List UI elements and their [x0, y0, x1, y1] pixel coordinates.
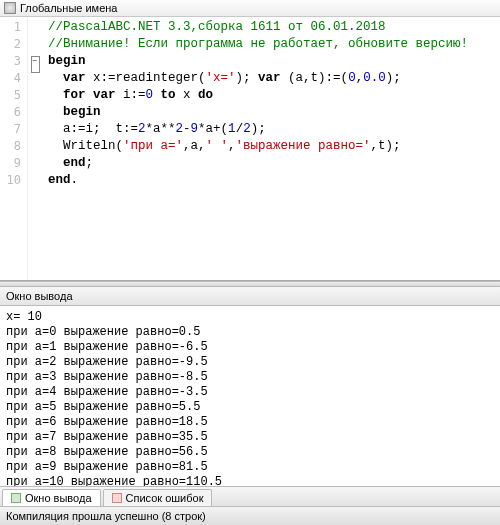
output-panel[interactable]: x= 10 при a=0 выражение равно=0.5 при a=… [0, 306, 500, 486]
line-number-gutter: 12345678910 [0, 17, 28, 280]
output-icon [11, 493, 21, 503]
tab-output-label: Окно вывода [25, 492, 92, 504]
status-text: Компиляция прошла успешно (8 строк) [6, 510, 206, 522]
tab-errors[interactable]: Список ошибок [103, 489, 213, 506]
tab-output[interactable]: Окно вывода [2, 489, 101, 506]
tab-errors-label: Список ошибок [126, 492, 204, 504]
fold-gutter: − [28, 17, 42, 280]
output-panel-title: Окно вывода [0, 287, 500, 306]
title-text: Глобальные имена [20, 2, 118, 14]
status-bar: Компиляция прошла успешно (8 строк) [0, 506, 500, 525]
globe-icon [4, 2, 16, 14]
bottom-tabs: Окно вывода Список ошибок [0, 486, 500, 506]
code-editor[interactable]: 12345678910 − //PascalABC.NET 3.3,сборка… [0, 17, 500, 281]
title-bar: Глобальные имена [0, 0, 500, 17]
error-icon [112, 493, 122, 503]
code-area[interactable]: //PascalABC.NET 3.3,сборка 1611 от 06.01… [42, 17, 500, 280]
